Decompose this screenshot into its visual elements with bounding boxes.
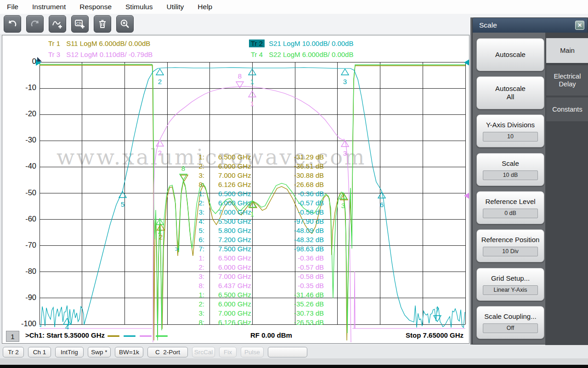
- scale-button[interactable]: Scale10 dB: [476, 153, 544, 186]
- panel-button-value[interactable]: Linear Y-Axis: [483, 285, 538, 295]
- reference-position-button[interactable]: Reference Position10 Div: [476, 229, 544, 262]
- statusbar-bw-1k[interactable]: BW=1k: [115, 347, 143, 357]
- add-channel-icon: Ch: [74, 18, 86, 30]
- marker-row: 1:6.500 GHz-31.46 dB: [182, 290, 324, 300]
- statusbar-swp-[interactable]: Swp *: [88, 347, 111, 357]
- marker-row: 2:6.000 GHz-0.57 dB: [182, 263, 324, 272]
- plot-marker-tr2-6[interactable]: [378, 192, 385, 198]
- statusbar-blank[interactable]: [268, 347, 307, 357]
- trace-label-2[interactable]: Tr 2S21 LogM 10.00dB/ 0.00dB: [249, 40, 353, 47]
- menu-item-help[interactable]: Help: [191, 0, 219, 14]
- panel-button-value[interactable]: 0 dB: [483, 209, 538, 218]
- statusbar-srccal[interactable]: SrcCal: [192, 347, 215, 357]
- marker-number: 1:: [182, 290, 204, 300]
- tab-constants[interactable]: Constants: [546, 97, 588, 121]
- marker-frequency: 5.800 GHz: [218, 226, 276, 235]
- plot-marker-tr3-2[interactable]: [156, 140, 164, 146]
- trace-label-1[interactable]: Tr 1S11 LogM 6.000dB/ 0.00dB: [46, 40, 150, 47]
- marker-frequency: 7.000 GHz: [218, 171, 276, 180]
- marker-frequency: 7.000 GHz: [218, 309, 276, 318]
- legend-dash-tr3: [140, 335, 152, 337]
- marker-number: 1:: [182, 153, 204, 162]
- statusbar-c-2-port[interactable]: C 2-Port: [147, 347, 188, 357]
- autoscale-all-button[interactable]: Autoscale All: [476, 76, 544, 109]
- plot-marker-tr2-2[interactable]: [156, 69, 164, 75]
- channel-number-box[interactable]: 1: [6, 331, 19, 342]
- status-button-bar: Tr 2Ch 1IntTrigSwp *BW=1kC 2-PortSrcCalF…: [0, 345, 588, 358]
- tab-electrical-delay[interactable]: Electrical Delay: [546, 65, 588, 96]
- add-trace-button[interactable]: [49, 15, 66, 33]
- marker-value: -0.35 dB: [276, 281, 324, 290]
- autoscale-button[interactable]: Autoscale: [476, 38, 544, 71]
- panel-button-value[interactable]: Off: [483, 323, 538, 333]
- plot-window: www.xalumicrowave.com 2135647812328123 T…: [2, 35, 469, 344]
- trace-label-3[interactable]: Tr 3S12 LogM 0.110dB/ -0.79dB: [46, 51, 153, 58]
- marker-row: 8:6.126 GHz-26.53 dB: [182, 318, 324, 327]
- marker-row: 1:6.500 GHz-0.36 dB: [182, 254, 324, 263]
- scale-dialog-title[interactable]: Scale ✕: [473, 18, 588, 33]
- y-axis-divisions-button[interactable]: Y-Axis Divisions10: [476, 114, 544, 147]
- menu-item-utility[interactable]: Utility: [159, 0, 191, 14]
- marker-number: 2:: [182, 198, 204, 208]
- marker-frequency: 6.437 GHz: [218, 281, 276, 290]
- scale-coupling-button[interactable]: Scale Coupling...Off: [476, 306, 544, 339]
- marker-value: -0.57 dB: [276, 198, 324, 208]
- plot-marker-label-tr3-1: 1: [250, 100, 254, 108]
- reference-level-button[interactable]: Reference Level0 dB: [476, 191, 544, 224]
- marker-number: 3:: [182, 272, 204, 281]
- plot-marker-tr2-3[interactable]: [341, 69, 349, 75]
- plot-marker-label-tr2-7: 7: [435, 306, 439, 314]
- marker-number: 4:: [182, 217, 204, 226]
- statusbar-inttrig[interactable]: IntTrig: [55, 347, 84, 357]
- plot-marker-label-tr2-5: 5: [121, 200, 124, 208]
- menu-item-instrument[interactable]: Instrument: [25, 0, 73, 14]
- add-channel-button[interactable]: Ch: [71, 15, 89, 33]
- statusbar-pulse[interactable]: Pulse: [241, 347, 264, 357]
- marker-row: 1:6.500 GHz-0.36 dB: [182, 189, 324, 198]
- panel-button-label: Grid Setup...: [491, 274, 530, 283]
- y-tick-0: 0: [11, 57, 36, 66]
- marker-frequency: 6.000 GHz: [218, 162, 276, 171]
- trace-id-chip[interactable]: Tr 3: [46, 51, 62, 58]
- plot-marker-label-tr3-2: 2: [158, 149, 162, 157]
- trace-id-chip[interactable]: Tr 1: [46, 40, 62, 47]
- grid-setup-button[interactable]: Grid Setup...Linear Y-Axis: [476, 268, 544, 301]
- marker-frequency: 6.500 GHz: [218, 254, 276, 263]
- close-icon[interactable]: ✕: [575, 21, 584, 30]
- undo-button[interactable]: [4, 15, 21, 33]
- marker-value: -31.46 dB: [276, 290, 324, 300]
- marker-value: -35.26 dB: [276, 300, 324, 309]
- panel-button-value[interactable]: 10: [483, 132, 538, 142]
- redo-button[interactable]: [26, 15, 44, 33]
- trace-id-chip[interactable]: Tr 2: [249, 40, 265, 47]
- tab-main[interactable]: Main: [546, 38, 588, 63]
- menu-item-response[interactable]: Response: [73, 0, 119, 14]
- y-tick--30: -30: [11, 136, 36, 144]
- y-tick--20: -20: [11, 109, 36, 118]
- menu-item-stimulus[interactable]: Stimulus: [119, 0, 159, 14]
- marker-number: 6:: [182, 235, 204, 244]
- plot-marker-label-tr4-2: 2: [158, 227, 162, 235]
- delete-button[interactable]: [94, 15, 111, 33]
- marker-value: -26.53 dB: [276, 318, 324, 327]
- trace-label-4[interactable]: Tr 4S22 LogM 6.000dB/ 0.00dB: [249, 51, 353, 58]
- plot-marker-label-tr4-3: 3: [341, 202, 345, 209]
- trace-desc: S12 LogM 0.110dB/ -0.79dB: [66, 51, 153, 58]
- marker-number: 8:: [182, 180, 204, 189]
- marker-value: -0.58 dB: [276, 208, 324, 217]
- statusbar-fix[interactable]: Fix: [219, 347, 237, 357]
- trace-id-chip[interactable]: Tr 4: [249, 51, 265, 58]
- marker-number: 3:: [182, 208, 204, 217]
- sweep-stop-label: Stop 7.65000 GHz: [406, 331, 464, 339]
- panel-button-label: Autoscale All: [492, 85, 529, 101]
- marker-row: 3:7.000 GHz-0.58 dB: [182, 272, 324, 281]
- marker-frequency: 6.000 GHz: [218, 300, 276, 309]
- menu-item-file[interactable]: File: [0, 0, 25, 14]
- plot-marker-label-tr3-3: 3: [343, 149, 347, 157]
- statusbar-tr-2[interactable]: Tr 2: [3, 347, 24, 357]
- panel-button-value[interactable]: 10 Div: [483, 247, 538, 256]
- panel-button-value[interactable]: 10 dB: [483, 170, 538, 180]
- zoom-in-button[interactable]: [116, 15, 134, 33]
- statusbar-ch-1[interactable]: Ch 1: [28, 347, 51, 357]
- marker-row: 2:6.000 GHz-0.57 dB: [182, 198, 324, 208]
